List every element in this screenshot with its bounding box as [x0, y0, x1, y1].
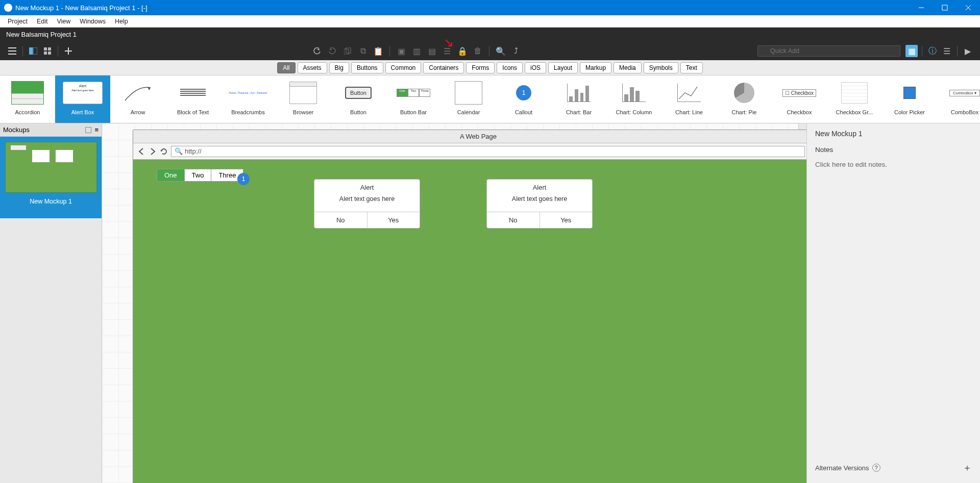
category-containers[interactable]: Containers: [423, 62, 464, 73]
ui-library-item[interactable]: Block of Text: [165, 75, 220, 123]
mock-forward-icon[interactable]: [149, 148, 157, 155]
panel-menu-icon[interactable]: ≡: [94, 126, 99, 134]
mock-alertbox-2[interactable]: Alert Alert text goes here No Yes: [486, 179, 593, 228]
category-common[interactable]: Common: [385, 62, 422, 73]
group-icon[interactable]: ▣: [395, 45, 407, 57]
ui-library-label: Callout: [496, 109, 551, 115]
ui-library-item[interactable]: 1Callout: [496, 75, 551, 123]
quick-add-input[interactable]: [757, 45, 900, 57]
mock-alert-no[interactable]: No: [314, 212, 368, 228]
mock-alert-yes[interactable]: Yes: [368, 212, 420, 228]
ui-library-item[interactable]: Accordion: [0, 75, 55, 123]
ui-library-item[interactable]: ComboBox ▾ComboBox: [937, 75, 980, 123]
ui-library-item[interactable]: Chart: Line: [662, 75, 717, 123]
mock-btnbar-two[interactable]: Two: [185, 169, 212, 181]
category-ios[interactable]: iOS: [525, 62, 546, 73]
ui-library-item[interactable]: Chart: Column: [606, 75, 662, 123]
ui-library-label: Checkbox Gr...: [827, 109, 882, 115]
category-text[interactable]: Text: [680, 62, 703, 73]
window-close-button[interactable]: [957, 0, 980, 15]
ui-library-thumb: [882, 79, 937, 107]
category-layout[interactable]: Layout: [548, 62, 578, 73]
svg-rect-1: [29, 47, 33, 55]
send-back-icon[interactable]: ☰: [441, 45, 453, 57]
mock-callout[interactable]: 1: [237, 173, 250, 185]
copy-icon[interactable]: ⧉: [357, 45, 369, 57]
ui-library-category-bar: All Assets Big Buttons Common Containers…: [0, 60, 980, 75]
menu-windows[interactable]: Windows: [75, 15, 110, 28]
paste-icon[interactable]: 📋: [372, 45, 384, 57]
category-forms[interactable]: Forms: [466, 62, 495, 73]
lock-icon[interactable]: 🔒: [456, 45, 469, 57]
redo-icon[interactable]: [326, 45, 338, 57]
view-thumbnails-icon[interactable]: [27, 45, 39, 57]
category-buttons[interactable]: Buttons: [351, 62, 383, 73]
properties-panel-icon[interactable]: ☰: [941, 45, 953, 57]
delete-icon[interactable]: 🗑: [472, 45, 484, 57]
zoom-icon[interactable]: 🔍: [495, 45, 507, 57]
svg-rect-3: [44, 47, 47, 50]
bring-front-icon[interactable]: ▤: [426, 45, 438, 57]
mock-alert-no[interactable]: No: [487, 212, 540, 228]
category-big[interactable]: Big: [329, 62, 349, 73]
mock-btnbar-one[interactable]: One: [157, 169, 185, 181]
mock-url-field[interactable]: 🔍 http://: [171, 146, 805, 157]
ui-library-item[interactable]: Calendar: [441, 75, 496, 123]
info-icon[interactable]: ⓘ: [926, 45, 939, 57]
category-symbols[interactable]: Symbols: [644, 62, 678, 73]
help-icon[interactable]: ?: [872, 464, 880, 472]
ui-library-thumb: [165, 79, 220, 107]
ui-library-thumb: OneTwoThree: [386, 79, 441, 107]
duplicate-icon[interactable]: [341, 45, 354, 57]
present-icon[interactable]: ▶: [962, 45, 974, 57]
ungroup-icon[interactable]: ▥: [410, 45, 423, 57]
notes-editor[interactable]: Click here to edit notes.: [815, 161, 972, 168]
menu-view[interactable]: View: [52, 15, 75, 28]
window-maximize-button[interactable]: [933, 0, 957, 15]
category-media[interactable]: Media: [614, 62, 642, 73]
add-mockup-icon[interactable]: [62, 45, 75, 57]
window-minimize-button[interactable]: [910, 0, 933, 15]
category-icons[interactable]: Icons: [497, 62, 523, 73]
ui-library-item[interactable]: ButtonButton: [331, 75, 386, 123]
mock-alertbox-1[interactable]: Alert Alert text goes here No Yes: [314, 179, 420, 228]
mock-back-icon[interactable]: [137, 148, 145, 155]
ui-library-strip: AccordionAlertAlert text goes hereAlert …: [0, 75, 980, 123]
ui-library-item[interactable]: OneTwoThreeButton Bar: [386, 75, 441, 123]
view-grid-icon[interactable]: [41, 45, 54, 57]
panel-view-icon[interactable]: [85, 127, 91, 133]
undo-icon[interactable]: [311, 45, 323, 57]
ui-library-item[interactable]: Color Picker: [882, 75, 937, 123]
ui-library-label: ComboBox: [937, 109, 980, 115]
category-assets[interactable]: Assets: [298, 62, 327, 73]
menu-help[interactable]: Help: [110, 15, 133, 28]
mockup-thumbnail-image: [5, 142, 97, 193]
ui-library-item[interactable]: Checkbox Gr...: [827, 75, 882, 123]
mock-reload-icon[interactable]: [160, 148, 168, 155]
mock-alert-yes[interactable]: Yes: [540, 212, 593, 228]
ui-library-item[interactable]: Home › Products › Xyz › FeaturesBreadcru…: [220, 75, 276, 123]
add-version-icon[interactable]: ＋: [963, 462, 972, 474]
menu-edit[interactable]: Edit: [32, 15, 53, 28]
mockup-thumbnail-selected[interactable]: New Mockup 1: [0, 137, 102, 218]
hamburger-icon[interactable]: [6, 45, 18, 57]
project-tab[interactable]: New Balsamiq Project 1: [0, 28, 83, 42]
category-markup[interactable]: Markup: [580, 62, 611, 73]
toggle-ui-library-icon[interactable]: ▦: [905, 45, 918, 57]
canvas-area[interactable]: A Web Page 🔍 http:// One Two Three 1: [102, 123, 806, 483]
ui-library-item[interactable]: Arrow: [110, 75, 165, 123]
ui-library-thumb: [276, 79, 331, 107]
ui-library-item[interactable]: Browser: [276, 75, 331, 123]
ui-library-item[interactable]: AlertAlert text goes hereAlert Box: [55, 75, 110, 123]
ui-library-item[interactable]: Chart: Pie: [717, 75, 772, 123]
category-all[interactable]: All: [277, 62, 295, 73]
mock-alert-title: Alert: [314, 180, 420, 195]
search-icon: 🔍: [175, 147, 183, 155]
menu-project[interactable]: Project: [3, 15, 32, 28]
export-icon[interactable]: ⤴: [510, 45, 522, 57]
ui-library-item[interactable]: ☐ CheckboxCheckbox: [772, 75, 827, 123]
mock-browser-window[interactable]: A Web Page 🔍 http:// One Two Three 1: [133, 130, 806, 483]
ui-library-item[interactable]: Chart: Bar: [551, 75, 606, 123]
ui-library-label: Chart: Bar: [551, 109, 606, 115]
mock-buttonbar[interactable]: One Two Three: [157, 169, 243, 182]
